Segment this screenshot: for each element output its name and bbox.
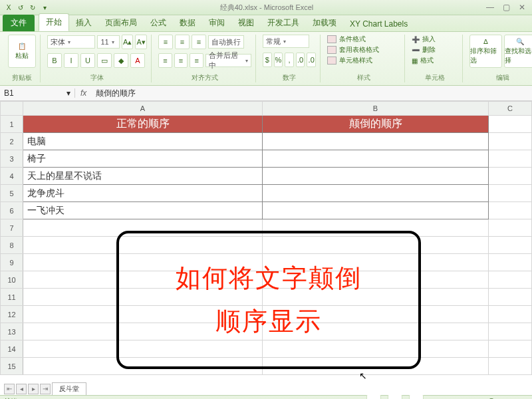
fx-icon[interactable]: fx — [75, 88, 92, 98]
decrease-font-icon[interactable]: A▾ — [135, 35, 147, 49]
cell[interactable] — [489, 133, 532, 150]
row-header[interactable]: 7 — [1, 219, 23, 237]
font-color-button[interactable]: A — [130, 53, 145, 68]
sheet-tab[interactable]: 反斗堂 — [52, 382, 86, 395]
row-header[interactable]: 8 — [1, 237, 23, 254]
font-name-combo[interactable]: 宋体▾ — [47, 35, 95, 49]
name-box[interactable]: B1▾ — [0, 88, 75, 98]
row-header[interactable]: 2 — [1, 133, 23, 150]
cell[interactable]: 电脑 — [23, 133, 263, 150]
cell[interactable]: 颠倒的顺序 — [263, 116, 489, 133]
cell[interactable]: 一飞冲天 — [23, 202, 263, 219]
cell[interactable]: 龙争虎斗 — [23, 185, 263, 202]
cell-styles-button[interactable]: 单元格样式 — [327, 56, 400, 65]
cell[interactable] — [489, 271, 532, 289]
cell[interactable] — [489, 219, 532, 237]
cell[interactable] — [489, 116, 532, 133]
col-header-b[interactable]: B — [263, 102, 489, 116]
cell[interactable] — [263, 202, 489, 219]
cell[interactable] — [489, 289, 532, 306]
row-header[interactable]: 6 — [1, 202, 23, 219]
view-layout-icon[interactable]: ▤ — [388, 394, 402, 399]
row-header[interactable]: 3 — [1, 150, 23, 168]
percent-icon[interactable]: % — [274, 53, 283, 67]
number-format-combo[interactable]: 常规▾ — [263, 35, 309, 48]
italic-button[interactable]: I — [64, 53, 78, 68]
find-select-button[interactable]: 🔍查找和选择 — [504, 35, 533, 68]
row-header[interactable]: 15 — [1, 358, 23, 375]
sheet-nav-last-icon[interactable]: ⇥ — [40, 384, 51, 394]
close-button[interactable]: ✕ — [516, 3, 528, 12]
cell[interactable] — [489, 358, 532, 375]
cell[interactable] — [489, 237, 532, 254]
row-header[interactable]: 9 — [1, 254, 23, 271]
cell[interactable] — [263, 133, 489, 150]
tab-page-layout[interactable]: 页面布局 — [98, 15, 144, 31]
select-all-button[interactable] — [1, 102, 23, 116]
increase-font-icon[interactable]: A▴ — [122, 35, 134, 49]
cell[interactable] — [489, 340, 532, 358]
cell[interactable] — [263, 150, 489, 168]
minimize-button[interactable]: — — [484, 3, 496, 12]
row-header[interactable]: 13 — [1, 323, 23, 340]
sheet-nav-first-icon[interactable]: ⇤ — [4, 384, 15, 394]
maximize-button[interactable]: ▢ — [500, 3, 512, 12]
tab-view[interactable]: 视图 — [231, 15, 261, 31]
row-header[interactable]: 1 — [1, 116, 23, 133]
align-top-icon[interactable]: ≡ — [158, 35, 173, 49]
row-header[interactable]: 11 — [1, 289, 23, 306]
merge-center-button[interactable]: 合并后居中▾ — [205, 54, 251, 67]
fill-color-button[interactable]: ◆ — [114, 53, 128, 68]
cell[interactable] — [263, 168, 489, 185]
conditional-format-button[interactable]: 条件格式 — [327, 35, 400, 44]
cell[interactable] — [489, 306, 532, 323]
decrease-decimal-icon[interactable]: .0 — [307, 53, 316, 67]
cell[interactable] — [489, 202, 532, 219]
redo-icon[interactable]: ↻ — [28, 3, 37, 12]
col-header-a[interactable]: A — [23, 102, 263, 116]
format-table-button[interactable]: 套用表格格式 — [327, 45, 400, 55]
cell[interactable] — [489, 185, 532, 202]
bold-button[interactable]: B — [47, 53, 62, 68]
wrap-text-button[interactable]: 自动换行 — [208, 35, 244, 49]
tab-data[interactable]: 数据 — [173, 15, 202, 31]
align-left-icon[interactable]: ≡ — [158, 53, 172, 68]
align-right-icon[interactable]: ≡ — [190, 53, 203, 68]
align-middle-icon[interactable]: ≡ — [175, 35, 190, 49]
tab-insert[interactable]: 插入 — [69, 15, 98, 31]
cell[interactable]: 天上的星星不说话 — [23, 168, 263, 185]
align-bottom-icon[interactable]: ≡ — [192, 35, 206, 49]
insert-cells-button[interactable]: ➕插入 — [412, 35, 458, 44]
comma-icon[interactable]: , — [285, 53, 294, 67]
delete-cells-button[interactable]: ➖删除 — [412, 45, 458, 55]
paste-button[interactable]: 📋粘贴 — [8, 35, 36, 68]
cell[interactable] — [489, 323, 532, 340]
row-header[interactable]: 5 — [1, 185, 23, 202]
row-header[interactable]: 14 — [1, 340, 23, 358]
formula-input[interactable]: 颠倒的顺序 — [92, 88, 532, 99]
underline-button[interactable]: U — [80, 53, 95, 68]
tab-developer[interactable]: 开发工具 — [261, 15, 306, 31]
tab-home[interactable]: 开始 — [39, 13, 69, 31]
cell[interactable]: 正常的顺序 — [23, 116, 263, 133]
row-header[interactable]: 12 — [1, 306, 23, 323]
tab-review[interactable]: 审阅 — [202, 15, 231, 31]
view-pagebreak-icon[interactable]: ▧ — [409, 394, 424, 399]
sheet-nav-next-icon[interactable]: ▸ — [28, 384, 39, 394]
tab-addins[interactable]: 加载项 — [306, 15, 343, 31]
tab-formulas[interactable]: 公式 — [144, 15, 173, 31]
row-header[interactable]: 10 — [1, 271, 23, 289]
file-tab[interactable]: 文件 — [3, 15, 35, 31]
align-center-icon[interactable]: ≡ — [174, 53, 188, 68]
format-cells-button[interactable]: ▦格式 — [412, 56, 458, 65]
row-header[interactable]: 4 — [1, 168, 23, 185]
undo-icon[interactable]: ↺ — [16, 3, 25, 12]
font-size-combo[interactable]: 11▾ — [97, 35, 119, 49]
view-normal-icon[interactable]: ▦ — [366, 394, 381, 399]
cell[interactable] — [489, 150, 532, 168]
cell[interactable]: 椅子 — [23, 150, 263, 168]
cell[interactable] — [489, 168, 532, 185]
excel-icon[interactable]: X — [4, 3, 13, 12]
col-header-c[interactable]: C — [489, 102, 532, 116]
sort-filter-button[interactable]: ᐃ排序和筛选 — [469, 35, 502, 68]
